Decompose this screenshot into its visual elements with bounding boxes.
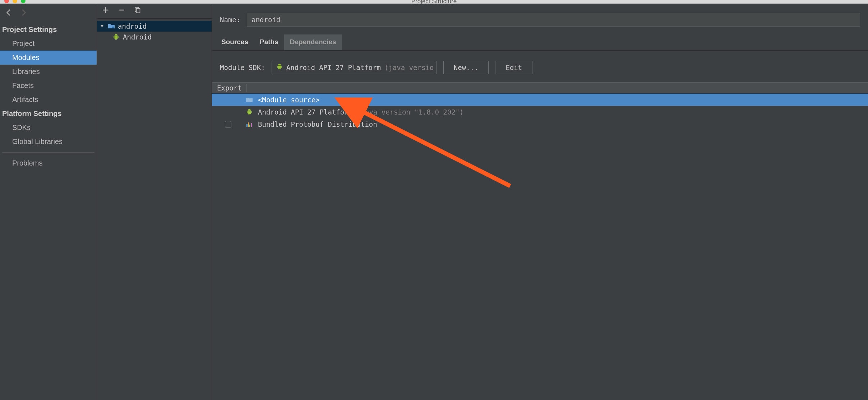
tab-sources[interactable]: Sources <box>216 34 254 50</box>
modules-toolbar <box>97 4 212 19</box>
settings-sidebar: Project Settings Project Modules Librari… <box>0 4 97 400</box>
android-icon <box>276 64 283 71</box>
copy-icon[interactable] <box>134 6 141 15</box>
android-icon <box>245 109 254 115</box>
svg-rect-4 <box>248 122 249 127</box>
svg-rect-3 <box>246 124 248 127</box>
svg-rect-2 <box>112 27 114 28</box>
sidebar-item-artifacts[interactable]: Artifacts <box>0 93 97 107</box>
library-bars-icon <box>245 121 254 127</box>
module-root-android[interactable]: android <box>97 21 212 32</box>
svg-rect-6 <box>251 123 252 127</box>
dependency-protobuf[interactable]: Bundled Protobuf Distribution <box>212 118 868 130</box>
source-folder-icon <box>245 97 254 103</box>
module-tabs: Sources Paths Dependencies <box>212 34 868 51</box>
disclosure-triangle-icon[interactable] <box>100 24 105 28</box>
project-settings-heading: Project Settings <box>0 23 97 37</box>
tab-paths[interactable]: Paths <box>254 34 284 50</box>
module-folder-icon <box>108 23 115 29</box>
dependency-android-sdk[interactable]: Android API 27 Platform (java version "1… <box>212 106 868 118</box>
module-sdk-value: Android API 27 Platform <box>286 64 381 71</box>
module-sdk-select[interactable]: Android API 27 Platform (java versio <box>272 61 437 74</box>
forward-icon <box>19 9 27 18</box>
sidebar-separator <box>2 152 94 153</box>
sidebar-item-problems[interactable]: Problems <box>0 156 97 170</box>
module-name-input[interactable] <box>247 13 860 27</box>
module-child-android[interactable]: Android <box>97 32 212 42</box>
module-root-label: android <box>118 22 147 30</box>
export-column-label: Export <box>217 84 242 92</box>
add-icon[interactable] <box>102 6 109 15</box>
module-sdk-hint: (java versio <box>384 64 434 71</box>
modules-tree: android Android <box>97 19 212 400</box>
titlebar: Project Structure <box>0 0 868 4</box>
name-label: Name: <box>220 16 240 24</box>
edit-sdk-button[interactable]: Edit <box>495 61 532 74</box>
svg-rect-1 <box>137 9 140 13</box>
dependency-label: <Module source> <box>258 96 320 104</box>
android-icon <box>113 34 120 40</box>
export-checkbox[interactable] <box>225 121 231 127</box>
sidebar-item-project[interactable]: Project <box>0 37 97 51</box>
sidebar-item-modules[interactable]: Modules <box>0 51 97 65</box>
sidebar-item-sdks[interactable]: SDKs <box>0 121 97 135</box>
window-title: Project Structure <box>0 0 868 5</box>
platform-settings-heading: Platform Settings <box>0 107 97 121</box>
sidebar-item-global-libraries[interactable]: Global Libraries <box>0 135 97 149</box>
new-sdk-button[interactable]: New... <box>443 61 489 74</box>
back-icon[interactable] <box>5 9 13 18</box>
sidebar-item-facets[interactable]: Facets <box>0 79 97 93</box>
module-child-label: Android <box>123 33 152 41</box>
dependency-hint: (java version "1.8.0_202") <box>357 108 463 116</box>
dependency-label: Bundled Protobuf Distribution <box>258 120 377 128</box>
dependency-module-source[interactable]: <Module source> <box>212 94 868 106</box>
tab-dependencies[interactable]: Dependencies <box>284 34 342 50</box>
dependency-label: Android API 27 Platform <box>258 108 352 116</box>
module-sdk-label: Module SDK: <box>220 64 265 71</box>
modules-panel: android Android <box>97 4 212 400</box>
svg-rect-5 <box>249 125 250 127</box>
sidebar-item-libraries[interactable]: Libraries <box>0 65 97 79</box>
remove-icon[interactable] <box>118 6 125 15</box>
module-detail: Name: Sources Paths Dependencies Module … <box>212 4 868 400</box>
dependencies-header: Export <box>212 82 868 94</box>
dependencies-list: <Module source> Android API 27 Platform … <box>212 94 868 130</box>
